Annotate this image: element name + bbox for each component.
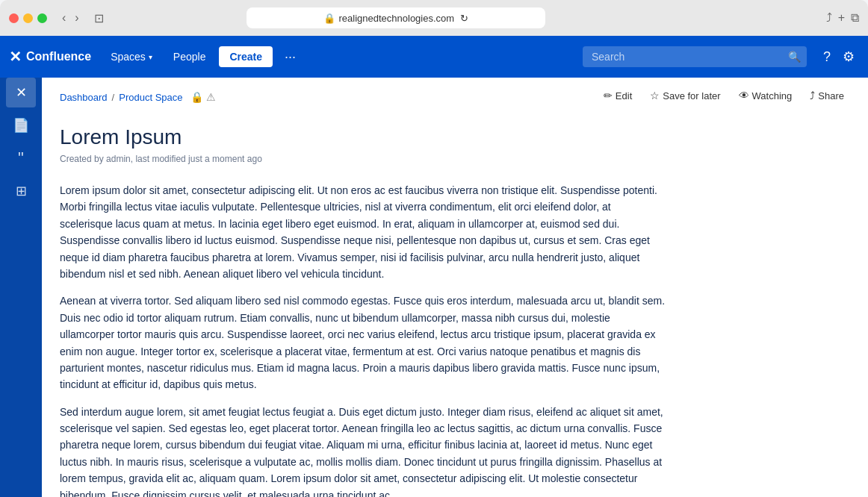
sidebar-toggle-icon: ⊡ — [94, 11, 104, 25]
share-icon: ⤴ — [810, 90, 815, 101]
browser-actions: ⤴ + ⧉ — [826, 11, 859, 25]
watching-label: Watching — [752, 90, 793, 101]
warning-breadcrumb-icon[interactable]: ⚠ — [206, 91, 216, 103]
new-tab-button[interactable]: + — [838, 11, 845, 25]
browser-nav: ‹ › — [59, 10, 82, 26]
create-button[interactable]: Create — [219, 46, 273, 67]
nav-icon-buttons: ? ⚙ — [819, 44, 859, 69]
url-text: realignedtechnologies.com — [338, 13, 454, 24]
body-paragraph-3: Sed interdum augue lorem, sit amet feugi… — [60, 404, 666, 497]
page-meta: Created by admin, last modified just a m… — [60, 154, 850, 164]
edit-label: Edit — [616, 90, 632, 101]
breadcrumb-icons: 🔒 ⚠ — [190, 91, 216, 103]
spaces-nav-item[interactable]: Spaces ▾ — [103, 46, 160, 67]
spaces-label: Spaces — [111, 51, 146, 63]
minimize-traffic-light[interactable] — [23, 13, 33, 23]
star-icon: ☆ — [650, 90, 660, 101]
forward-button[interactable]: › — [72, 10, 81, 26]
url-bar[interactable]: 🔒 realignedtechnologies.com ↻ — [247, 7, 545, 28]
quote-icon: " — [18, 149, 24, 168]
page-actions: ✏ Edit ☆ Save for later 👁 Watching ⤴ Sha… — [598, 87, 850, 104]
lock-breadcrumb-icon[interactable]: 🔒 — [190, 91, 203, 103]
top-nav: ✕ Confluence Spaces ▾ People Create ··· … — [0, 36, 868, 78]
breadcrumb-separator: / — [112, 92, 115, 103]
main-content: Dashboard / Product Space 🔒 ⚠ ✏ Edit ☆ S… — [42, 78, 868, 497]
edit-button[interactable]: ✏ Edit — [598, 87, 638, 104]
sidebar-item-templates[interactable]: ⊞ — [6, 176, 36, 206]
header-row: Dashboard / Product Space 🔒 ⚠ ✏ Edit ☆ S… — [42, 78, 868, 113]
spaces-chevron-icon: ▾ — [149, 53, 152, 61]
watching-button[interactable]: 👁 Watching — [733, 87, 799, 104]
traffic-lights — [9, 13, 47, 23]
sidebar-item-home[interactable]: ✕ — [6, 78, 36, 107]
search-box: 🔍 — [583, 46, 807, 67]
page-body: Lorem ipsum dolor sit amet, consectetur … — [42, 176, 684, 497]
grid-icon: ⊞ — [16, 183, 27, 199]
dashboard-breadcrumb-link[interactable]: Dashboard — [60, 92, 108, 103]
page-title: Lorem Ipsum — [60, 125, 850, 149]
save-for-later-button[interactable]: ☆ Save for later — [644, 87, 726, 104]
space-breadcrumb-link[interactable]: Product Space — [119, 92, 182, 103]
help-icon-button[interactable]: ? — [819, 44, 835, 69]
search-input[interactable] — [583, 46, 807, 67]
recent-icon: 📄 — [13, 117, 29, 134]
body-paragraph-1: Lorem ipsum dolor sit amet, consectetur … — [60, 182, 666, 282]
tabs-button[interactable]: ⧉ — [851, 11, 859, 25]
share-label: Share — [818, 90, 844, 101]
left-sidebar: ✕ 📄 " ⊞ — [0, 36, 42, 497]
logo-text: Confluence — [26, 50, 91, 63]
sidebar-item-recent[interactable]: 📄 — [6, 110, 36, 140]
share-browser-button[interactable]: ⤴ — [826, 11, 832, 25]
page-title-area: Lorem Ipsum Created by admin, last modif… — [42, 113, 868, 164]
more-nav-button[interactable]: ··· — [279, 46, 302, 68]
close-traffic-light[interactable] — [9, 13, 19, 23]
lock-icon: 🔒 — [323, 13, 335, 24]
browser-chrome: ‹ › ⊡ 🔒 realignedtechnologies.com ↻ ⤴ + … — [0, 0, 868, 36]
home-icon: ✕ — [16, 84, 27, 101]
settings-icon-button[interactable]: ⚙ — [838, 44, 859, 69]
breadcrumb: Dashboard / Product Space 🔒 ⚠ — [60, 91, 216, 103]
fullscreen-traffic-light[interactable] — [37, 13, 47, 23]
confluence-logo: ✕ Confluence — [9, 48, 91, 66]
refresh-icon[interactable]: ↻ — [460, 13, 468, 24]
eye-icon: 👁 — [739, 90, 749, 101]
body-paragraph-2: Aenean at viverra tortor. Sed aliquam li… — [60, 293, 666, 393]
back-button[interactable]: ‹ — [59, 10, 69, 26]
sidebar-item-starred[interactable]: " — [6, 143, 36, 173]
people-nav-item[interactable]: People — [166, 46, 214, 67]
pencil-icon: ✏ — [604, 90, 613, 101]
share-button[interactable]: ⤴ Share — [804, 87, 850, 104]
people-label: People — [173, 51, 206, 63]
save-label: Save for later — [663, 90, 720, 101]
search-icon: 🔍 — [788, 51, 801, 63]
logo-icon: ✕ — [9, 48, 22, 66]
